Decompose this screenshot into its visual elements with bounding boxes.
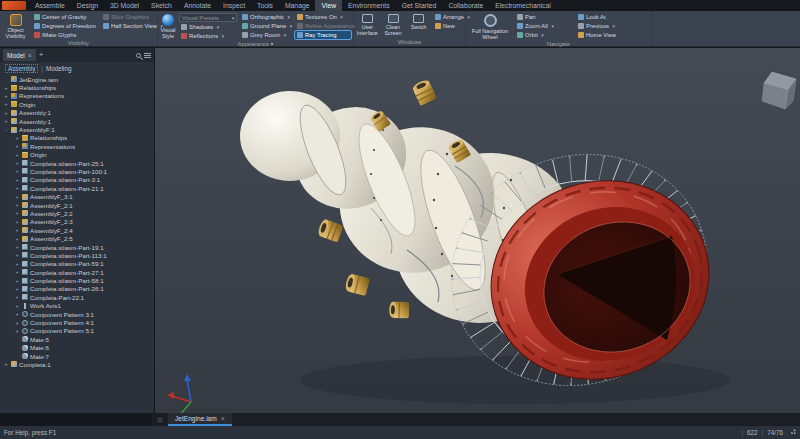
ribbon-tab[interactable]: Inspect	[217, 0, 251, 11]
tree-expander[interactable]: +	[14, 152, 20, 158]
orbit-button[interactable]: Orbit	[515, 31, 573, 39]
ribbon-tab[interactable]: Assemble	[29, 0, 71, 11]
tree-item[interactable]: + Completa.stlasm-Part-26:1	[14, 285, 154, 293]
tree-item[interactable]: + Relationships	[3, 83, 154, 91]
reflections-button[interactable]: Reflections	[179, 32, 237, 40]
clean-screen-button[interactable]: Clean Screen	[382, 13, 405, 36]
previous-view-button[interactable]: Previous	[576, 22, 640, 30]
resize-grip[interactable]	[789, 429, 796, 436]
ground-plane-button[interactable]: Ground Plane	[240, 22, 292, 30]
tab-modeling[interactable]: Modeling	[46, 65, 72, 72]
tree-item[interactable]: + Work Axis1	[14, 302, 154, 310]
tree-expander[interactable]: +	[14, 135, 20, 141]
close-panel-icon[interactable]: ×	[28, 52, 32, 59]
tree-item[interactable]: + Representations	[14, 142, 154, 150]
tree-expander[interactable]: +	[3, 93, 9, 99]
shadows-button[interactable]: Shadows	[179, 23, 237, 31]
tree-expander[interactable]: +	[14, 252, 20, 258]
ray-tracing-button[interactable]: Ray Tracing	[295, 31, 351, 39]
half-section-view-button[interactable]: Half Section View	[101, 22, 155, 30]
tree-item[interactable]: + AssemblyF_2:1	[14, 201, 154, 209]
tree-item[interactable]: + AssemblyF_3:1	[14, 192, 154, 200]
tree-expander[interactable]: +	[14, 303, 20, 309]
tree-expander[interactable]: +	[3, 85, 9, 91]
arrange-button[interactable]: Arrange	[433, 13, 463, 21]
close-document-icon[interactable]: ×	[221, 415, 225, 422]
ribbon-tab[interactable]: Annotate	[178, 0, 217, 11]
tree-item[interactable]: Mate:6	[14, 344, 154, 352]
ribbon-tab[interactable]: Tools	[251, 0, 279, 11]
tree-item[interactable]: + Origin	[14, 151, 154, 159]
tree-expander[interactable]: +	[14, 278, 20, 284]
tree-expander[interactable]: +	[14, 227, 20, 233]
ribbon-tab[interactable]: Environments	[342, 0, 396, 11]
tree-item[interactable]: + Completa.stlasm-Part-3:1	[14, 176, 154, 184]
ribbon-tab[interactable]: 3D Model	[104, 0, 145, 11]
jet-engine-model[interactable]	[240, 78, 737, 413]
tree-item[interactable]: + Completa.stlasm-Part-27:1	[14, 268, 154, 276]
user-interface-button[interactable]: User Interface	[356, 13, 379, 36]
tree-item[interactable]: + Completa.stlasm-Part-25:1	[14, 159, 154, 167]
home-view-button[interactable]: Home View	[576, 31, 640, 39]
tree-item[interactable]: + Representations	[3, 92, 154, 100]
ribbon-tab[interactable]: Get Started	[396, 0, 443, 11]
tree-item[interactable]: + Completa-Part-22:1	[14, 293, 154, 301]
tree-item[interactable]: + Completa.stlasm-Part-113:1	[14, 251, 154, 259]
full-navigation-wheel-button[interactable]: Full Navigation Wheel	[468, 13, 512, 40]
tree-item[interactable]: + Completa.stlasm-Part-58:1	[14, 276, 154, 284]
tree-item[interactable]: + Completa:1	[3, 360, 154, 368]
ribbon-tab[interactable]: View	[315, 0, 342, 11]
tree-expander[interactable]: +	[14, 185, 20, 191]
file-menu-logo-icon[interactable]	[2, 1, 26, 10]
object-visibility-button[interactable]: Object Visibility	[2, 13, 29, 39]
visual-style-button[interactable]: Visual Style	[160, 13, 176, 39]
tree-expander[interactable]: +	[14, 261, 20, 267]
tree-item[interactable]: JetEngine.iam	[3, 75, 154, 83]
tree-expander[interactable]: +	[14, 210, 20, 216]
tree-expander[interactable]: -	[3, 127, 9, 133]
ribbon-tab[interactable]: Manage	[279, 0, 316, 11]
textures-on-button[interactable]: Textures On	[295, 13, 351, 21]
ribbon-tab[interactable]: Sketch	[145, 0, 178, 11]
view-cube[interactable]	[762, 72, 796, 109]
tree-item[interactable]: + Assembly:1	[3, 117, 154, 125]
section-label-appearance[interactable]: Appearance ▾	[158, 40, 353, 48]
tree-expander[interactable]: +	[3, 118, 9, 124]
tree-expander[interactable]: +	[14, 320, 20, 326]
tree-expander[interactable]: +	[14, 244, 20, 250]
tree-expander[interactable]: +	[14, 236, 20, 242]
tree-item[interactable]: - AssemblyF:1	[3, 125, 154, 133]
tree-expander[interactable]: +	[3, 101, 9, 107]
tree-item[interactable]: + AssemblyF_2:4	[14, 226, 154, 234]
ribbon-tab[interactable]: Electromechanical	[489, 0, 557, 11]
tree-item[interactable]: Mate:7	[14, 352, 154, 360]
tree-item[interactable]: + Relationships	[14, 134, 154, 142]
tree-expander[interactable]: +	[14, 328, 20, 334]
orthographic-button[interactable]: Orthographic	[240, 13, 292, 21]
tree-item[interactable]: + Component Pattern 4:1	[14, 318, 154, 326]
tree-expander[interactable]: +	[14, 177, 20, 183]
zoom-all-button[interactable]: Zoom All	[515, 22, 573, 30]
tree-expander[interactable]: +	[14, 311, 20, 317]
tree-item[interactable]: + AssemblyF_2:3	[14, 218, 154, 226]
tree-item[interactable]: + Completa.stlasm-Part-59:1	[14, 260, 154, 268]
tree-item[interactable]: + AssemblyF_2:2	[14, 209, 154, 217]
tab-assembly[interactable]: Assembly	[5, 64, 38, 73]
tree-item[interactable]: + Completa.stlasm-Part-19:1	[14, 243, 154, 251]
grey-room-button[interactable]: Grey Room	[240, 31, 292, 39]
tree-expander[interactable]: +	[14, 160, 20, 166]
tree-expander[interactable]: +	[14, 143, 20, 149]
document-tab-active[interactable]: JetEngine.iam ×	[168, 413, 232, 426]
model-panel-tab[interactable]: Model ×	[3, 49, 36, 61]
pan-button[interactable]: Pan	[515, 13, 573, 21]
viewport-3d[interactable]	[155, 48, 800, 413]
degrees-of-freedom-button[interactable]: Degrees of Freedom	[32, 22, 98, 30]
tree-item[interactable]: + AssemblyF_2:5	[14, 234, 154, 242]
look-at-button[interactable]: Look At	[576, 13, 640, 21]
tree-item[interactable]: + Completa.stlasm-Part-21:1	[14, 184, 154, 192]
tree-expander[interactable]: +	[14, 294, 20, 300]
ribbon-tab[interactable]: Collaborate	[442, 0, 489, 11]
tree-expander[interactable]: +	[14, 194, 20, 200]
panel-menu-icon[interactable]	[144, 53, 151, 54]
tree-item[interactable]: + Origin	[3, 100, 154, 108]
